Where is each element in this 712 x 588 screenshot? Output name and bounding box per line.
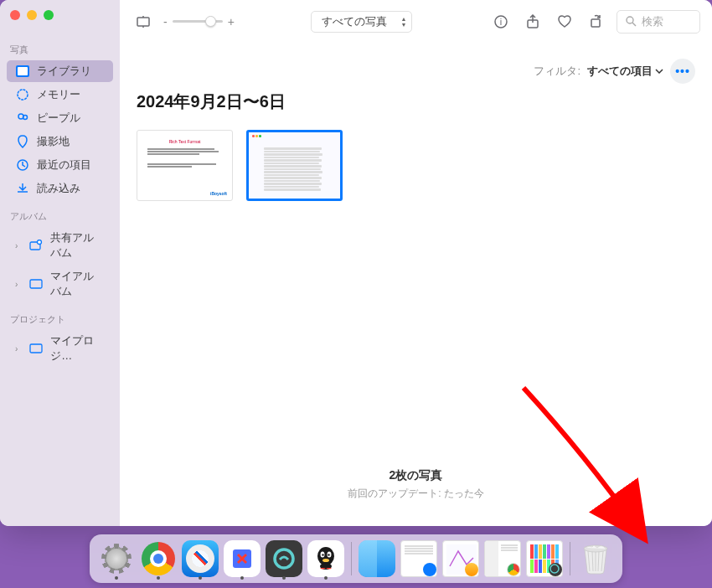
chevron-down-icon: [655, 69, 663, 74]
gear-icon: [98, 540, 135, 577]
project-icon: [28, 341, 44, 356]
photo-thumbnail-selected[interactable]: [246, 130, 343, 201]
sidebar-item-label: ライブラリ: [37, 64, 91, 79]
svg-rect-14: [591, 19, 600, 27]
favorite-button[interactable]: [553, 10, 576, 34]
svg-rect-9: [30, 344, 42, 353]
dock-minimized-window-1[interactable]: [400, 540, 437, 577]
sidebar-item-label: 撮影地: [37, 134, 70, 149]
main-area: - + すべての写真 ▲▼ i 検索 フィルタ: すべての項目: [120, 0, 712, 526]
search-input[interactable]: 検索: [617, 10, 700, 34]
sidebar-item-shared-albums[interactable]: › 共有アルバム: [7, 227, 113, 264]
minimize-window-button[interactable]: [27, 10, 37, 20]
sidebar-item-my-projects[interactable]: › マイプロジ…: [7, 330, 113, 367]
app-icon: [230, 546, 255, 571]
sidebar-item-import[interactable]: 読み込み: [7, 178, 113, 199]
info-button[interactable]: i: [489, 10, 513, 34]
zoom-minus: -: [163, 15, 168, 28]
photos-app-window: 写真 ライブラリ メモリー ピープル 撮影地 最近の項目 読み込み アルバム ›: [0, 0, 712, 526]
search-icon: [626, 16, 637, 27]
more-options-button[interactable]: •••: [670, 59, 695, 84]
dock-minimized-window-3[interactable]: [484, 540, 521, 577]
dropdown-arrows-icon: ▲▼: [400, 16, 406, 28]
shared-album-icon: [28, 238, 44, 253]
slider-track[interactable]: [173, 20, 223, 23]
svg-point-23: [328, 554, 329, 555]
aspect-button[interactable]: [132, 10, 155, 34]
clock-icon: [15, 157, 30, 173]
svg-text:i: i: [500, 17, 502, 27]
dock-app-1[interactable]: [224, 540, 261, 577]
sidebar-section-projects: プロジェクト: [0, 310, 120, 329]
view-dropdown[interactable]: すべての写真 ▲▼: [311, 11, 412, 33]
maximize-window-button[interactable]: [44, 10, 54, 20]
qq-icon: [312, 544, 340, 573]
filter-dropdown[interactable]: すべての項目: [587, 64, 663, 79]
search-placeholder: 検索: [642, 14, 663, 29]
svg-point-26: [550, 565, 559, 573]
svg-point-22: [322, 554, 323, 555]
album-icon: [28, 276, 44, 291]
footer: 2枚の写真 前回のアップデート: たった今: [120, 468, 712, 501]
last-updated: 前回のアップデート: たった今: [120, 487, 712, 501]
photo-thumbnail[interactable]: Rich Text Format iBoysoft: [137, 130, 233, 201]
svg-point-17: [275, 549, 293, 568]
sidebar-item-label: 共有アルバム: [50, 230, 105, 260]
sidebar-item-places[interactable]: 撮影地: [7, 131, 113, 152]
dock-qq[interactable]: [307, 540, 344, 577]
svg-point-7: [38, 240, 42, 245]
filters-row: フィルタ: すべての項目 •••: [120, 44, 712, 90]
window-controls: [0, 10, 120, 34]
chevron-right-icon: ›: [15, 241, 22, 250]
memories-icon: [15, 87, 30, 102]
dock-minimized-window-4[interactable]: [526, 540, 563, 577]
snagit-icon: [271, 546, 297, 571]
svg-rect-10: [137, 18, 149, 26]
share-button[interactable]: [521, 10, 544, 34]
dock-safari[interactable]: [182, 540, 219, 577]
sidebar-item-people[interactable]: ピープル: [7, 107, 113, 129]
chrome-icon: [142, 542, 175, 575]
svg-point-24: [322, 559, 329, 562]
chevron-right-icon: ›: [15, 280, 22, 289]
sidebar-item-recent[interactable]: 最近の項目: [7, 154, 113, 176]
svg-point-15: [627, 17, 633, 23]
content-area: 2024年9月2日〜6日 Rich Text Format iBoysoft: [120, 90, 712, 526]
dock-trash[interactable]: [577, 540, 614, 577]
zoom-slider[interactable]: - +: [163, 15, 235, 28]
sidebar-item-my-albums[interactable]: › マイアルバム: [7, 266, 113, 302]
chevron-right-icon: ›: [15, 344, 22, 353]
dropdown-label: すべての写真: [322, 14, 387, 29]
svg-point-2: [18, 90, 28, 100]
library-icon: [15, 64, 30, 79]
places-icon: [15, 134, 30, 149]
toolbar: - + すべての写真 ▲▼ i 検索: [120, 0, 712, 44]
dock-finder[interactable]: [359, 540, 395, 577]
sidebar-item-label: 最近の項目: [37, 157, 91, 173]
import-icon: [15, 181, 30, 196]
sidebar-section-albums: アルバム: [0, 207, 120, 226]
sidebar-item-label: メモリー: [37, 87, 80, 102]
slider-knob[interactable]: [205, 16, 216, 27]
sidebar-item-label: マイアルバム: [50, 269, 105, 299]
sidebar-item-memories[interactable]: メモリー: [7, 84, 113, 106]
sidebar-item-label: 読み込み: [37, 181, 80, 196]
date-range-title: 2024年9月2日〜6日: [137, 90, 695, 113]
thumbnails-grid: Rich Text Format iBoysoft: [137, 130, 695, 201]
zoom-plus: +: [228, 15, 235, 28]
people-icon: [15, 111, 30, 126]
finder-icon: [359, 540, 395, 577]
dock-separator: [351, 542, 352, 575]
dock-snagit[interactable]: [266, 540, 302, 577]
dock-minimized-window-2[interactable]: [442, 540, 479, 577]
sidebar-item-library[interactable]: ライブラリ: [7, 60, 113, 82]
rotate-button[interactable]: [585, 10, 608, 34]
sidebar-item-label: マイプロジ…: [50, 333, 105, 364]
filter-label: フィルタ:: [534, 64, 580, 79]
dock-chrome[interactable]: [140, 540, 177, 577]
dock-system-preferences[interactable]: [98, 540, 135, 577]
close-window-button[interactable]: [10, 10, 20, 20]
svg-point-4: [23, 116, 28, 120]
dock-separator: [570, 542, 570, 575]
svg-rect-8: [30, 280, 42, 288]
